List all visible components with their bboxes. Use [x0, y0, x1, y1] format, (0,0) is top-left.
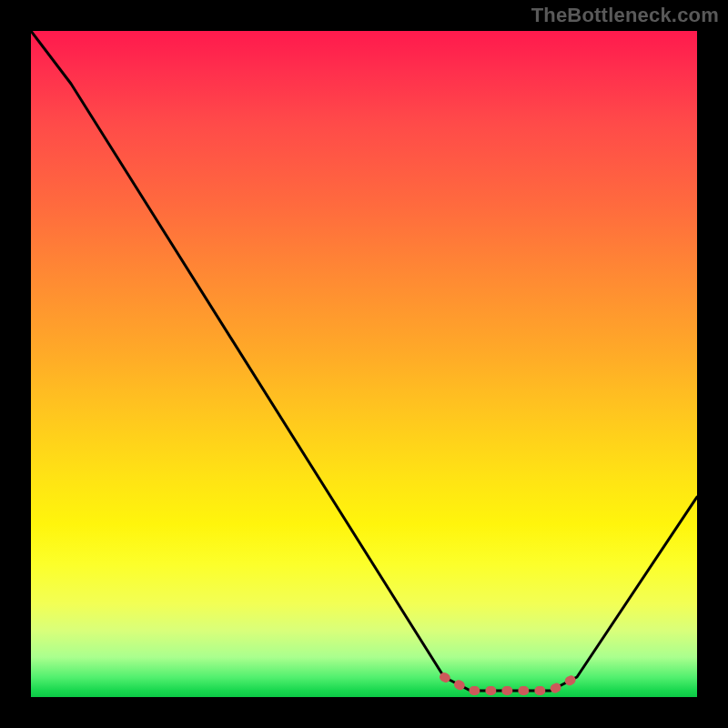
plot-area	[31, 31, 697, 697]
curve-path	[31, 31, 697, 691]
attribution-text: TheBottleneck.com	[531, 4, 719, 27]
chart-frame: TheBottleneck.com	[0, 0, 728, 728]
bottleneck-curve	[31, 31, 697, 697]
